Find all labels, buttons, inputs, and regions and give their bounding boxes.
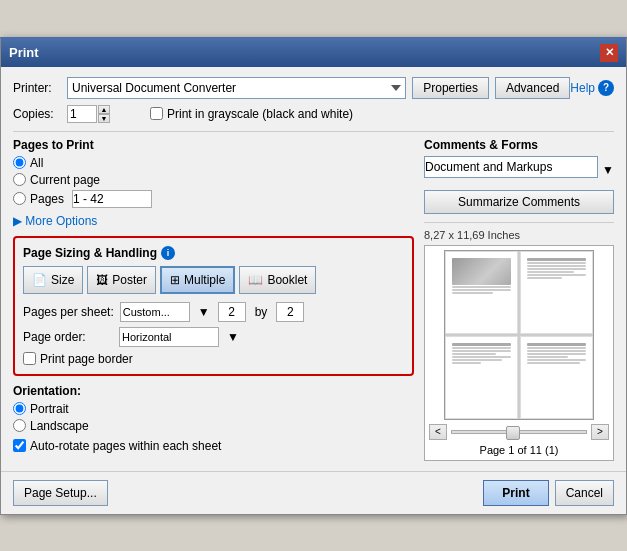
size-label: Size: [51, 273, 74, 287]
landscape-item: Landscape: [13, 419, 414, 433]
mini-doc-img-1: [452, 258, 512, 286]
info-icon: i: [161, 246, 175, 260]
properties-button[interactable]: Properties: [412, 77, 489, 99]
next-page-button[interactable]: >: [591, 424, 609, 440]
main-layout: Pages to Print All Current page Pages: [13, 138, 614, 461]
right-panel: Comments & Forms Document and Markups Do…: [424, 138, 614, 461]
mini-doc-2: [525, 256, 589, 329]
sizing-buttons: 📄 Size 🖼 Poster ⊞ Multiple 📖: [23, 266, 404, 294]
preview-cell-4: [520, 336, 593, 419]
current-page-item: Current page: [13, 173, 414, 187]
close-button[interactable]: ✕: [600, 44, 618, 62]
orientation-section: Orientation: Portrait Landscape: [13, 384, 414, 453]
mini-line: [527, 271, 575, 273]
mini-doc-1: [450, 256, 514, 329]
pages-per-sheet-select[interactable]: Custom... 2 4 6 9 16: [120, 302, 190, 322]
mini-line: [527, 274, 587, 276]
auto-rotate-row: Auto-rotate pages within each sheet: [13, 439, 414, 453]
current-page-radio[interactable]: [13, 173, 26, 186]
multiple-label: Multiple: [184, 273, 225, 287]
preview-size-label: 8,27 x 11,69 Inches: [424, 229, 614, 241]
current-page-label: Current page: [30, 173, 100, 187]
pages-label: Pages: [30, 192, 64, 206]
booklet-icon: 📖: [248, 273, 263, 287]
page-of-label: Page 1 of 11 (1): [480, 444, 559, 456]
preview-cell-1: [445, 251, 518, 334]
size-icon: 📄: [32, 273, 47, 287]
comments-dropdown-icon: ▼: [602, 163, 614, 177]
copies-label: Copies:: [13, 107, 61, 121]
prev-page-button[interactable]: <: [429, 424, 447, 440]
help-link[interactable]: Help ?: [570, 80, 614, 96]
page-order-label: Page order:: [23, 330, 113, 344]
dropdown-icon: ▼: [198, 305, 210, 319]
mini-line: [452, 286, 512, 288]
mini-line: [452, 343, 512, 346]
rows-input[interactable]: [276, 302, 304, 322]
comments-section: Comments & Forms Document and Markups Do…: [424, 138, 614, 214]
print-page-border-checkbox[interactable]: [23, 352, 36, 365]
printer-row: Printer: Universal Document Converter Pr…: [13, 77, 614, 99]
summarize-button[interactable]: Summarize Comments: [424, 190, 614, 214]
printer-select[interactable]: Universal Document Converter: [67, 77, 406, 99]
pages-to-print-title: Pages to Print: [13, 138, 414, 152]
mini-line: [452, 292, 494, 294]
portrait-label: Portrait: [30, 402, 69, 416]
mini-doc-4: [525, 341, 589, 414]
orientation-radio-group: Portrait Landscape: [13, 402, 414, 433]
page-order-select[interactable]: Horizontal Horizontal Reversed Vertical …: [119, 327, 219, 347]
dialog-title: Print: [9, 45, 39, 60]
page-setup-button[interactable]: Page Setup...: [13, 480, 108, 506]
all-pages-radio[interactable]: [13, 156, 26, 169]
copies-input[interactable]: [67, 105, 97, 123]
copies-row: Copies: ▲ ▼ Print in grayscale (black an…: [13, 105, 614, 123]
preview-section: 8,27 x 11,69 Inches: [424, 229, 614, 461]
cols-input[interactable]: [218, 302, 246, 322]
cancel-button[interactable]: Cancel: [555, 480, 614, 506]
left-panel: Pages to Print All Current page Pages: [13, 138, 414, 461]
dialog-content: Printer: Universal Document Converter Pr…: [1, 67, 626, 471]
mini-line: [527, 268, 587, 270]
auto-rotate-checkbox[interactable]: [13, 439, 26, 452]
by-label: by: [255, 305, 268, 319]
mini-line: [527, 359, 587, 361]
mini-line: [452, 353, 497, 355]
portrait-item: Portrait: [13, 402, 414, 416]
mini-line: [527, 277, 563, 279]
advanced-button[interactable]: Advanced: [495, 77, 570, 99]
help-label: Help: [570, 81, 595, 95]
grayscale-label: Print in grayscale (black and white): [167, 107, 353, 121]
grayscale-checkbox[interactable]: [150, 107, 163, 120]
mini-line: [527, 265, 587, 267]
preview-cell-3: [445, 336, 518, 419]
copies-up-button[interactable]: ▲: [98, 105, 110, 114]
print-dialog: Print ✕ Printer: Universal Document Conv…: [0, 37, 627, 515]
mini-line: [527, 362, 581, 364]
more-options-link[interactable]: ▶ More Options: [13, 214, 414, 228]
slider-thumb: [506, 426, 520, 440]
pages-radio-group: All Current page Pages: [13, 156, 414, 208]
poster-button[interactable]: 🖼 Poster: [87, 266, 156, 294]
pages-per-sheet-label: Pages per sheet:: [23, 305, 114, 319]
all-pages-item: All: [13, 156, 414, 170]
more-options-label: ▶ More Options: [13, 214, 97, 228]
multiple-button[interactable]: ⊞ Multiple: [160, 266, 235, 294]
orientation-title: Orientation:: [13, 384, 414, 398]
landscape-radio[interactable]: [13, 419, 26, 432]
grayscale-row: Print in grayscale (black and white): [150, 107, 353, 121]
poster-label: Poster: [112, 273, 147, 287]
copies-down-button[interactable]: ▼: [98, 114, 110, 123]
page-slider[interactable]: [451, 430, 587, 434]
preview-nav: < >: [429, 424, 609, 440]
print-button[interactable]: Print: [483, 480, 548, 506]
all-pages-label: All: [30, 156, 43, 170]
portrait-radio[interactable]: [13, 402, 26, 415]
booklet-button[interactable]: 📖 Booklet: [239, 266, 316, 294]
pages-range-input[interactable]: [72, 190, 152, 208]
pages-range-radio[interactable]: [13, 192, 26, 205]
multiple-icon: ⊞: [170, 273, 180, 287]
mini-line: [452, 359, 503, 361]
mini-doc-3: [450, 341, 514, 414]
size-button[interactable]: 📄 Size: [23, 266, 83, 294]
comments-select[interactable]: Document and Markups Document Form Field…: [424, 156, 598, 178]
